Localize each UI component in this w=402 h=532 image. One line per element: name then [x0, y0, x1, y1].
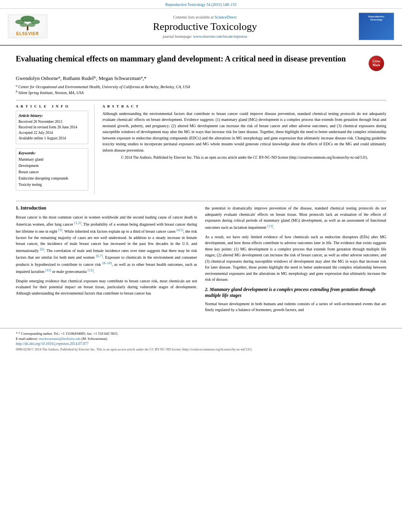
article-info-panel: A R T I C L E I N F O Article history: R… — [16, 104, 95, 195]
license-text: © 2014 The Authors. Published by Elsevie… — [102, 156, 386, 159]
corresponding-author-note: * * Corresponding author. Tel.: +1 15106… — [16, 332, 386, 336]
keyword-3: Breast cancer — [19, 169, 86, 175]
article-title-section: Evaluating chemical effects on mammary g… — [16, 54, 386, 71]
elsevier-logo: ELSEVIER — [8, 15, 47, 38]
authors-line: Gwendolyn Osborneᵃ, Ruthann Rudelᵇ, Mega… — [16, 75, 386, 82]
accepted-date: Accepted 22 July 2014 — [19, 130, 86, 135]
article-info-abstract-layout: A R T I C L E I N F O Article history: R… — [16, 104, 386, 195]
ref-11[interactable]: [11] — [45, 268, 51, 272]
affiliation-a-sup: a — [16, 84, 17, 87]
journal-reference-bar: Reproductive Toxicology 54 (2015) 148–15… — [0, 0, 402, 9]
divider-1 — [16, 100, 386, 100]
affiliation-a-text: Center for Occupational and Environmenta… — [19, 85, 190, 89]
journal-reference-text: Reproductive Toxicology 54 (2015) 148–15… — [166, 2, 237, 7]
keyword-2: Development — [19, 163, 86, 169]
keywords-label: Keywords: — [19, 151, 86, 155]
ref-3[interactable]: [3] — [58, 228, 63, 232]
divider-2 — [16, 201, 386, 201]
journal-title: Reproductive Toxicology — [55, 21, 355, 33]
ref-8-10[interactable]: [8–10] — [102, 261, 112, 265]
intro-paragraph-2: Despite emerging evidence that chemical … — [16, 278, 197, 297]
body-content: 1. Introduction Breast cancer is the mos… — [16, 205, 386, 316]
copyright-footer: 0890-6238/© 2014 The Authors. Published … — [16, 347, 386, 351]
affiliation-b: b Silent Spring Institute, Newton, MA, U… — [16, 90, 386, 95]
svg-point-4 — [20, 23, 28, 27]
email-link[interactable]: mschwarzman@berkeley.edu — [39, 337, 80, 341]
license-text-content: © 2014 The Authors. Published by Elsevie… — [121, 156, 368, 159]
keyword-1: Mammary gland — [19, 156, 86, 163]
rt-logo-area: ReproductiveToxicology — [355, 13, 394, 41]
intro-heading: 1. Introduction — [16, 205, 197, 211]
article-title: Evaluating chemical effects on mammary g… — [16, 54, 365, 64]
abstract-heading: A B S T R A C T — [102, 104, 386, 108]
affiliations: a Center for Occupational and Environmen… — [16, 84, 386, 95]
elsevier-wordmark: ELSEVIER — [8, 32, 47, 36]
rt-logo-text: ReproductiveToxicology — [359, 15, 394, 21]
keywords-box: Keywords: Mammary gland Development Brea… — [16, 148, 88, 191]
svg-rect-6 — [27, 26, 28, 30]
history-label: Article history: — [19, 113, 86, 118]
section2-para: Normal breast development in both humans… — [205, 301, 386, 313]
section2-heading: 2. Mammary gland development is a comple… — [205, 287, 386, 298]
received-date: Received 26 November 2013 — [19, 119, 86, 124]
ref-6[interactable]: [6] — [40, 247, 45, 251]
ref-12[interactable]: [12] — [87, 268, 93, 272]
rt-journal-logo: ReproductiveToxicology — [359, 13, 394, 40]
svg-point-5 — [28, 23, 35, 27]
elsevier-tree-icon — [8, 15, 47, 32]
body-left-column: 1. Introduction Breast cancer is the mos… — [16, 205, 197, 316]
elsevier-logo-area: ELSEVIER — [8, 15, 55, 39]
journal-center-info: Contents lists available at ScienceDirec… — [55, 15, 355, 39]
intro-paragraph-1: Breast cancer is the most common cancer … — [16, 214, 197, 274]
right-para-2: As a result, we have only limited eviden… — [205, 234, 386, 283]
affiliation-b-text: Silent Spring Institute, Newton, MA, USA — [19, 91, 84, 95]
email-label: E-mail address: — [16, 337, 38, 341]
abstract-section: A B S T R A C T Although understanding t… — [102, 104, 386, 195]
right-para-1: the potential to dramatically improve pr… — [205, 205, 386, 230]
keywords-list: Mammary gland Development Breast cancer … — [19, 156, 86, 188]
abstract-paragraph: Although understanding the environmental… — [102, 111, 386, 154]
ref-4-5[interactable]: [4,5] — [177, 228, 183, 232]
doi-link[interactable]: http://dx.doi.org/10.1016/j.reprotox.201… — [16, 342, 386, 346]
journal-homepage: journal homepage: www.elsevier.com/locat… — [55, 34, 355, 39]
corresponding-author-text: * Corresponding author. Tel.: +1 1510643… — [19, 332, 119, 336]
email-parenthetical: (M. Schwarzman). — [82, 337, 108, 341]
journal-homepage-link[interactable]: www.elsevier.com/locate/reprotox — [193, 34, 247, 39]
footnote-star: * — [16, 332, 19, 336]
contents-available-text: Contents lists available at ScienceDirec… — [55, 15, 355, 19]
page-footer: * * Corresponding author. Tel.: +1 15106… — [0, 328, 402, 354]
article-content: Evaluating chemical effects on mammary g… — [0, 46, 402, 324]
authors-text: Gwendolyn Osborneᵃ, Ruthann Rudelᵇ, Mega… — [16, 75, 147, 81]
crossmark-badge: CrossMark — [368, 56, 384, 71]
ref-13[interactable]: [13] — [267, 224, 273, 228]
keyword-4: Endocrine disrupting compounds — [19, 175, 86, 182]
rt-logo-graph-icon — [394, 20, 394, 38]
affiliation-a: a Center for Occupational and Environmen… — [16, 84, 386, 89]
keyword-5: Toxicity testing — [19, 182, 86, 188]
email-note: E-mail address: mschwarzman@berkeley.edu… — [16, 337, 386, 341]
body-right-column: the potential to dramatically improve pr… — [205, 205, 386, 316]
ref-6-7[interactable]: [6,7] — [96, 254, 103, 258]
sciencedirect-link[interactable]: ScienceDirect — [214, 15, 236, 19]
article-info-heading: A R T I C L E I N F O — [16, 104, 88, 108]
ref-1-2[interactable]: [1,2] — [74, 221, 81, 225]
revised-date: Received in revised form 26 June 2014 — [19, 124, 86, 130]
crossmark-area: CrossMark — [368, 56, 386, 71]
abstract-text: Although understanding the environmental… — [102, 111, 386, 154]
article-history-text: Received 26 November 2013 Received in re… — [19, 119, 86, 141]
available-online-date: Available online 1 August 2014 — [19, 135, 86, 141]
article-history-box: Article history: Received 26 November 20… — [16, 111, 88, 144]
affiliation-b-sup: b — [16, 90, 17, 93]
journal-header: ELSEVIER Contents lists available at Sci… — [0, 9, 402, 46]
